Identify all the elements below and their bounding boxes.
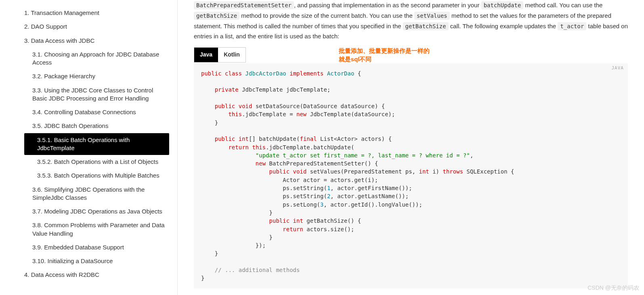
code-lang-label: JAVA — [612, 65, 624, 71]
sidebar-item-11[interactable]: 3.6. Simplifying JDBC Operations with th… — [24, 183, 169, 205]
sidebar-item-15[interactable]: 3.10. Initializing a DataSource — [24, 254, 169, 268]
code-inline: setValues — [414, 12, 450, 20]
code-inline: getBatchSize — [194, 12, 239, 20]
sidebar-item-13[interactable]: 3.8. Common Problems with Parameter and … — [24, 218, 169, 241]
code-block: JAVApublic class JdbcActorDao implements… — [194, 63, 628, 289]
sidebar-item-10[interactable]: 3.5.3. Batch Operations with Multiple Ba… — [24, 169, 169, 182]
sidebar-item-5[interactable]: 3.3. Using the JDBC Core Classes to Cont… — [24, 84, 169, 106]
watermark: CSDN @无奈的码农 — [587, 285, 639, 292]
sidebar-item-16[interactable]: 4. Data Access with R2DBC — [24, 268, 169, 282]
annotation-text: 批量添加、批量更新操作是一样的 就是sql不同 — [339, 46, 430, 63]
sidebar-item-2[interactable]: 3. Data Access with JDBC — [24, 34, 169, 48]
code-inline: getBatchSize — [403, 22, 449, 30]
code-tabs-row: Java Kotlin 批量添加、批量更新操作是一样的 就是sql不同 — [194, 46, 628, 63]
sidebar-item-0[interactable]: 1. Transaction Management — [24, 6, 169, 20]
main-content: BatchPreparedStatementSetter, and passin… — [178, 0, 644, 295]
tab-kotlin[interactable]: Kotlin — [218, 48, 245, 62]
sidebar-item-12[interactable]: 3.7. Modeling JDBC Operations as Java Ob… — [24, 205, 169, 218]
code-inline: BatchPreparedStatementSetter — [194, 1, 294, 9]
sidebar-item-14[interactable]: 3.9. Embedded Database Support — [24, 241, 169, 254]
sidebar-item-7[interactable]: 3.5. JDBC Batch Operations — [24, 119, 169, 133]
code-inline: t_actor — [558, 22, 586, 30]
sidebar-item-1[interactable]: 2. DAO Support — [24, 20, 169, 33]
sidebar-nav: 1. Transaction Management2. DAO Support3… — [0, 0, 178, 295]
tab-java[interactable]: Java — [194, 48, 218, 62]
code-inline: batchUpdate — [481, 1, 524, 9]
sidebar-item-3[interactable]: 3.1. Choosing an Approach for JDBC Datab… — [24, 48, 169, 70]
intro-paragraph: BatchPreparedStatementSetter, and passin… — [194, 0, 628, 42]
sidebar-item-6[interactable]: 3.4. Controlling Database Connections — [24, 105, 169, 119]
language-tabs: Java Kotlin — [194, 47, 246, 63]
sidebar-item-9[interactable]: 3.5.2. Batch Operations with a List of O… — [24, 155, 169, 169]
sidebar-item-4[interactable]: 3.2. Package Hierarchy — [24, 69, 169, 83]
sidebar-item-8[interactable]: 3.5.1. Basic Batch Operations with JdbcT… — [24, 133, 169, 155]
